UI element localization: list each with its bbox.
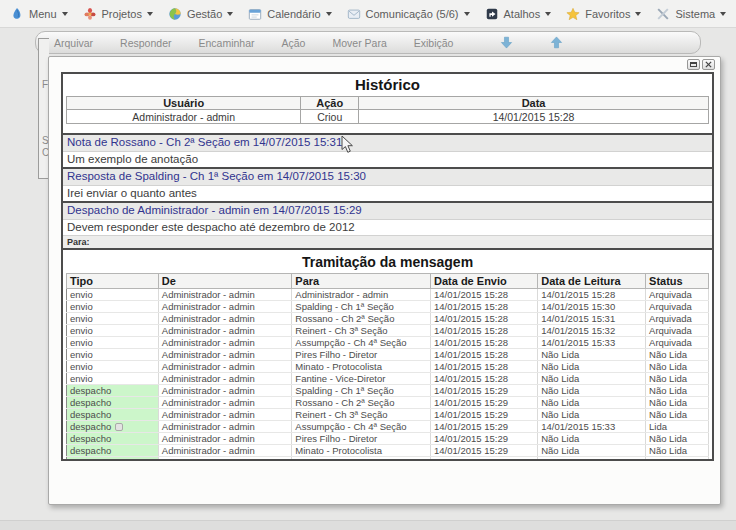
toolbar-button-encaminhar[interactable]: Encaminhar xyxy=(198,37,254,49)
toolbar-button-acao[interactable]: Ação xyxy=(282,37,306,49)
menu-item-label: Gestão xyxy=(187,8,222,20)
routing-cell-data-envio: 14/01/2015 15:28 xyxy=(431,301,538,313)
routing-cell-data-envio: 14/01/2015 15:28 xyxy=(431,337,538,349)
menu-item-gestao[interactable]: Gestão xyxy=(168,7,233,21)
dropdown-caret-icon xyxy=(147,12,153,16)
routing-cell-para: Administrador - admin xyxy=(292,289,431,301)
routing-cell-status: Não Lida xyxy=(646,457,709,462)
routing-cell-data-leitura: 14/01/2015 15:33 xyxy=(538,337,646,349)
next-message-arrow-icon[interactable] xyxy=(550,36,563,49)
flower-icon xyxy=(83,7,97,21)
annotation-body: Irei enviar o quanto antes xyxy=(63,186,712,201)
annotation-header: Resposta de Spalding - Ch 1ª Seção em 14… xyxy=(63,169,712,186)
routing-cell-status: Arquivada xyxy=(646,337,709,349)
routing-cell-de: Administrador - admin xyxy=(158,457,292,462)
toolbar-button-exibicao[interactable]: Exibição xyxy=(414,37,454,49)
routing-cell-para: Assumpção - Ch 4ª Seção xyxy=(292,337,431,349)
dialog-content: Histórico Usuário Ação Data Administrado… xyxy=(61,72,714,461)
routing-cell-de: Administrador - admin xyxy=(158,445,292,457)
routing-cell-data-leitura: Não Lida xyxy=(538,385,646,397)
envelope-icon xyxy=(347,7,361,21)
maximize-button[interactable] xyxy=(687,59,700,70)
routing-cell-data-leitura: Não Lida xyxy=(538,373,646,385)
menu-item-label: Menu xyxy=(29,8,57,20)
routing-table: Tipo De Para Data de Envio Data de Leitu… xyxy=(66,273,709,461)
menu-item-label: Calendário xyxy=(267,8,320,20)
dropdown-caret-icon xyxy=(720,12,726,16)
routing-cell-data-leitura: 14/01/2015 15:33 xyxy=(538,421,646,433)
routing-table-row: despacho Administrador - admin Fantine -… xyxy=(67,457,709,462)
toolbar-button-mover-para[interactable]: Mover Para xyxy=(332,37,386,49)
routing-cell-de: Administrador - admin xyxy=(158,421,292,433)
routing-cell-de: Administrador - admin xyxy=(158,313,292,325)
history-cell-acao: Criou xyxy=(301,110,359,124)
routing-cell-tipo: envio xyxy=(67,373,159,385)
routing-cell-data-leitura: Não Lida xyxy=(538,433,646,445)
routing-table-row: despacho Administrador - admin Spalding … xyxy=(67,385,709,397)
dropdown-caret-icon xyxy=(62,12,68,16)
routing-cell-de: Administrador - admin xyxy=(158,325,292,337)
dropdown-caret-icon xyxy=(635,12,641,16)
routing-cell-tipo: envio xyxy=(67,289,159,301)
menu-item-comunicacao[interactable]: Comunicação (5/6) xyxy=(347,7,470,21)
routing-cell-tipo: envio xyxy=(67,301,159,313)
routing-col-data-leitura: Data de Leitura xyxy=(538,274,646,289)
routing-cell-status: Não Lida xyxy=(646,397,709,409)
menu-item-projetos[interactable]: Projetos xyxy=(83,7,153,21)
routing-cell-para: Pires Filho - Diretor xyxy=(292,433,431,445)
routing-cell-data-leitura: Não Lida xyxy=(538,397,646,409)
star-icon xyxy=(566,7,580,21)
menu-item-label: Projetos xyxy=(102,8,142,20)
history-header-row: Usuário Ação Data xyxy=(67,97,709,110)
routing-cell-status: Lida xyxy=(646,421,709,433)
menu-item-atalhos[interactable]: Atalhos xyxy=(485,7,552,21)
message-toolbar: Arquivar Responder Encaminhar Ação Mover… xyxy=(35,31,701,54)
annotation-header: Despacho de Administrador - admin em 14/… xyxy=(63,203,712,220)
historico-dialog: Histórico Usuário Ação Data Administrado… xyxy=(48,56,721,505)
routing-cell-para: Rossano - Ch 2ª Seção xyxy=(292,397,431,409)
routing-table-row: despacho Administrador - admin Reinert -… xyxy=(67,409,709,421)
routing-cell-de: Administrador - admin xyxy=(158,409,292,421)
menu-item-label: Sistema xyxy=(675,8,715,20)
routing-cell-data-envio: 14/01/2015 15:29 xyxy=(431,385,538,397)
routing-cell-para: Fantine - Vice-Diretor xyxy=(292,457,431,462)
history-col-acao: Ação xyxy=(301,97,359,110)
menu-item-favoritos[interactable]: Favoritos xyxy=(566,7,641,21)
menu-item-sistema[interactable]: Sistema xyxy=(656,7,726,21)
toolbar-button-responder[interactable]: Responder xyxy=(120,37,171,49)
routing-cell-tipo: envio xyxy=(67,349,159,361)
routing-cell-data-envio: 14/01/2015 15:29 xyxy=(431,433,538,445)
previous-message-arrow-icon[interactable] xyxy=(500,36,513,49)
routing-table-row: envio Administrador - admin Administrado… xyxy=(67,289,709,301)
routing-cell-data-leitura: Não Lida xyxy=(538,409,646,421)
toolbar-button-arquivar[interactable]: Arquivar xyxy=(54,37,93,49)
routing-cell-status: Arquivada xyxy=(646,313,709,325)
routing-cell-data-envio: 14/01/2015 15:29 xyxy=(431,421,538,433)
despacho-marker-icon[interactable] xyxy=(115,423,123,431)
routing-cell-data-envio: 14/01/2015 15:29 xyxy=(431,457,538,462)
menu-item-calendario[interactable]: Calendário xyxy=(248,7,331,21)
routing-cell-para: Reinert - Ch 3ª Seção xyxy=(292,325,431,337)
close-button[interactable] xyxy=(702,59,715,70)
menu-item-menu[interactable]: Menu xyxy=(10,7,68,21)
dropdown-caret-icon xyxy=(326,12,332,16)
dropdown-caret-icon xyxy=(227,12,233,16)
routing-cell-data-leitura: Não Lida xyxy=(538,349,646,361)
routing-cell-data-envio: 14/01/2015 15:29 xyxy=(431,397,538,409)
routing-cell-data-envio: 14/01/2015 15:28 xyxy=(431,325,538,337)
routing-cell-tipo: despacho xyxy=(67,457,159,462)
routing-cell-data-leitura: 14/01/2015 15:28 xyxy=(538,289,646,301)
history-col-data: Data xyxy=(359,97,709,110)
routing-cell-para: Minato - Protocolista xyxy=(292,361,431,373)
dropdown-caret-icon xyxy=(545,12,551,16)
routing-cell-tipo: despacho xyxy=(67,385,159,397)
routing-col-para: Para xyxy=(292,274,431,289)
routing-col-data-envio: Data de Envio xyxy=(431,274,538,289)
routing-table-row: envio Administrador - admin Fantine - Vi… xyxy=(67,373,709,385)
annotation-despacho: Despacho de Administrador - admin em 14/… xyxy=(63,201,712,248)
routing-cell-data-leitura: 14/01/2015 15:30 xyxy=(538,301,646,313)
routing-cell-para: Pires Filho - Diretor xyxy=(292,349,431,361)
routing-col-de: De xyxy=(158,274,292,289)
routing-cell-para: Rossano - Ch 2ª Seção xyxy=(292,313,431,325)
routing-table-row: envio Administrador - admin Rossano - Ch… xyxy=(67,313,709,325)
